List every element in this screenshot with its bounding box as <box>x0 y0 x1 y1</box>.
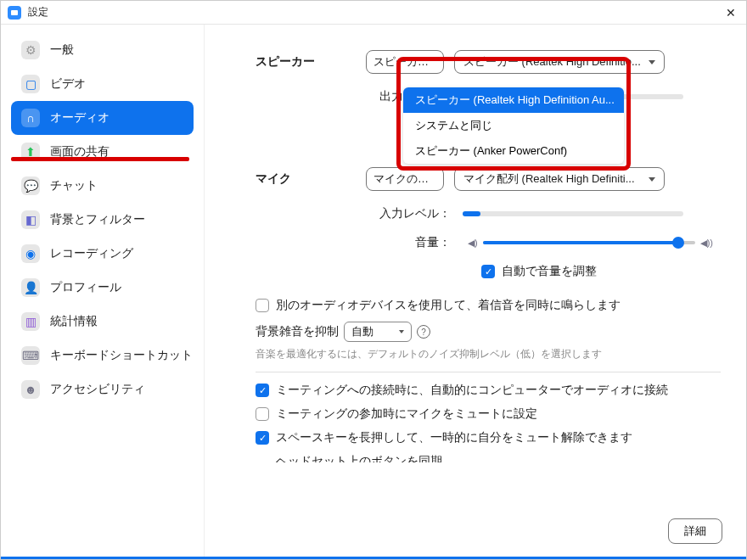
mic-volume-label: 音量： <box>366 235 451 250</box>
divider <box>256 372 721 372</box>
separate-ringtone-label: 別のオーディオデバイスを使用して、着信音を同時に鳴らします <box>276 298 621 313</box>
speaker-option-2[interactable]: スピーカー (Anker PowerConf) <box>403 138 624 164</box>
chevron-down-icon <box>649 60 655 64</box>
mic-select[interactable]: マイク配列 (Realtek High Definiti... <box>454 167 665 191</box>
sidebar-item-0[interactable]: ⚙一般 <box>11 33 194 67</box>
speaker-select[interactable]: スピーカー (Realtek High Definitio... <box>454 50 665 74</box>
noise-suppress-label: 背景雑音を抑制 <box>256 324 339 339</box>
sidebar-item-4[interactable]: 💬チャット <box>11 169 194 203</box>
help-icon[interactable]: ? <box>417 325 430 339</box>
speaker-option-0[interactable]: スピーカー (Realtek High Definition Au... <box>403 87 624 113</box>
sidebar-item-7[interactable]: 👤プロフィール <box>11 271 194 305</box>
sidebar-item-label: 一般 <box>50 42 74 58</box>
advanced-button[interactable]: 詳細 <box>668 518 722 544</box>
chevron-down-icon <box>399 330 404 333</box>
sidebar-item-label: キーボードショートカット <box>50 348 193 363</box>
sidebar-item-1[interactable]: ▢ビデオ <box>11 67 194 101</box>
nav-icon: ▢ <box>21 75 40 93</box>
space-unmute-checkbox[interactable]: ✓ <box>256 431 269 445</box>
chevron-down-icon <box>649 177 655 182</box>
speaker-section-label: スピーカー <box>256 54 366 70</box>
titlebar: 設定 ✕ <box>1 1 746 25</box>
headset-sync-label-cutoff: ヘッドセット上のボタンを同期 <box>276 454 721 462</box>
sidebar-item-label: プロフィール <box>50 280 121 295</box>
content-area: スピーカー スピーカー... スピーカー (Realtek High Defin… <box>205 25 746 559</box>
nav-icon: 👤 <box>21 278 40 297</box>
sidebar-item-2[interactable]: ∩オーディオ <box>11 101 194 135</box>
sidebar-item-3[interactable]: ⬆画面の共有 <box>11 135 194 169</box>
sidebar-item-label: ビデオ <box>50 76 86 92</box>
nav-icon: ∩ <box>21 109 40 127</box>
close-icon[interactable]: ✕ <box>722 4 739 21</box>
sidebar-item-10[interactable]: ☻アクセシビリティ <box>11 372 194 406</box>
nav-icon: ▥ <box>21 312 40 331</box>
auto-adjust-label: 自動で音量を調整 <box>502 264 597 279</box>
sidebar-item-label: アクセシビリティ <box>50 382 145 397</box>
speaker-test-button[interactable]: スピーカー... <box>366 50 444 74</box>
noise-hint: 音楽を最適化するには、デフォルトのノイズ抑制レベル（低）を選択します <box>256 347 721 361</box>
nav-icon: ◉ <box>21 244 40 263</box>
sidebar-item-label: チャット <box>50 178 98 193</box>
auto-adjust-checkbox[interactable]: ✓ <box>481 265 495 278</box>
sidebar-item-label: 背景とフィルター <box>50 212 145 227</box>
annotation-underline <box>11 157 189 161</box>
sidebar-item-8[interactable]: ▥統計情報 <box>11 305 194 339</box>
window-bottom-accent <box>1 557 746 559</box>
speaker-dropdown-panel: スピーカー (Realtek High Definition Au... システ… <box>403 87 624 164</box>
input-level-meter <box>463 211 683 216</box>
mute-on-join-checkbox[interactable] <box>256 407 269 421</box>
sidebar-item-label: オーディオ <box>50 110 110 126</box>
volume-high-icon: ◀)) <box>700 238 713 249</box>
sidebar-item-5[interactable]: ◧背景とフィルター <box>11 203 194 237</box>
space-unmute-label: スペースキーを長押しして、一時的に自分をミュート解除できます <box>276 430 632 445</box>
nav-icon: ⌨ <box>21 346 40 365</box>
sidebar-item-label: 統計情報 <box>50 314 98 329</box>
sidebar-item-label: レコーディング <box>50 246 133 261</box>
mic-section-label: マイク <box>256 171 366 187</box>
window-title: 設定 <box>28 5 722 20</box>
nav-icon: ☻ <box>21 380 40 399</box>
noise-suppress-select[interactable]: 自動 <box>344 322 412 342</box>
nav-icon: 💬 <box>21 176 40 195</box>
separate-ringtone-checkbox[interactable] <box>256 299 269 312</box>
mic-volume-slider[interactable] <box>483 241 695 244</box>
mic-test-button[interactable]: マイクのテ... <box>366 167 444 191</box>
speaker-option-1[interactable]: システムと同じ <box>403 113 624 138</box>
sidebar-item-9[interactable]: ⌨キーボードショートカット <box>11 339 194 372</box>
app-icon <box>8 6 21 20</box>
auto-join-audio-label: ミーティングへの接続時に、自動的にコンピューターでオーディオに接続 <box>276 383 668 398</box>
auto-join-audio-checkbox[interactable]: ✓ <box>256 384 269 397</box>
nav-icon: ⚙ <box>21 41 40 59</box>
input-level-label: 入力レベル： <box>366 206 451 221</box>
mute-on-join-label: ミーティングの参加時にマイクをミュートに設定 <box>276 406 537 422</box>
sidebar: ⚙一般▢ビデオ∩オーディオ⬆画面の共有💬チャット◧背景とフィルター◉レコーディン… <box>1 25 205 559</box>
sidebar-item-6[interactable]: ◉レコーディング <box>11 237 194 271</box>
nav-icon: ◧ <box>21 210 40 229</box>
volume-low-icon: ◀) <box>468 238 478 249</box>
